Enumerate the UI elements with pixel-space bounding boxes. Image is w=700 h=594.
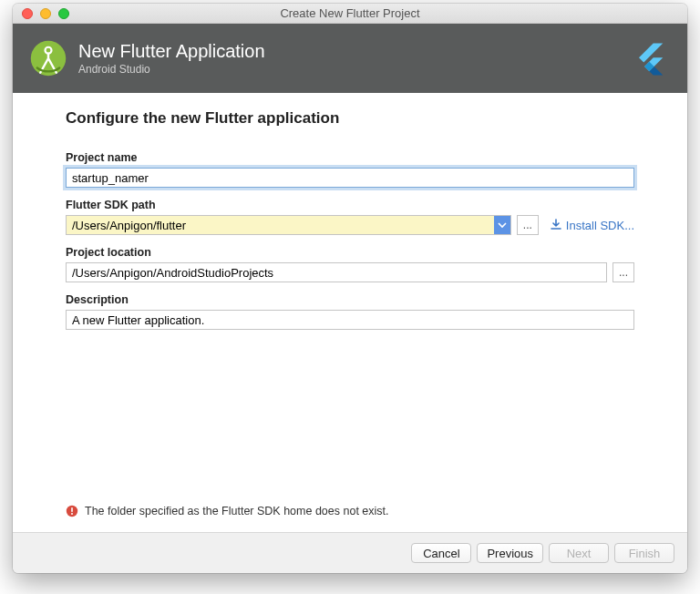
footer: Cancel Previous Next Finish <box>13 533 687 573</box>
sdk-browse-button[interactable]: ... <box>517 215 539 235</box>
location-input[interactable] <box>66 262 607 282</box>
project-name-label: Project name <box>66 151 634 164</box>
dialog-window: Create New Flutter Project New Flutter A… <box>13 4 687 573</box>
error-row: The folder specified as the Flutter SDK … <box>66 505 634 523</box>
description-label: Description <box>66 293 634 306</box>
location-browse-button[interactable]: ... <box>612 262 634 282</box>
svg-rect-2 <box>71 507 73 512</box>
sdk-path-label: Flutter SDK path <box>66 199 634 211</box>
error-message: The folder specified as the Flutter SDK … <box>85 505 389 517</box>
sdk-dropdown-button[interactable] <box>494 216 510 234</box>
header-title: New Flutter Application <box>78 41 265 62</box>
section-title: Configure the new Flutter application <box>66 109 634 128</box>
cancel-button[interactable]: Cancel <box>411 543 471 563</box>
install-sdk-link[interactable]: Install SDK... <box>550 219 634 232</box>
finish-button: Finish <box>614 543 674 563</box>
content-area: Configure the new Flutter application Pr… <box>13 93 687 533</box>
window-title: Create New Flutter Project <box>13 6 687 20</box>
next-button: Next <box>549 543 609 563</box>
header-subtitle: Android Studio <box>78 63 265 76</box>
sdk-path-combo[interactable] <box>66 215 511 235</box>
flutter-logo-icon <box>633 40 671 78</box>
install-sdk-label: Install SDK... <box>566 219 634 232</box>
download-icon <box>550 219 562 231</box>
chevron-down-icon <box>498 220 507 230</box>
project-name-input[interactable] <box>66 168 634 188</box>
previous-button[interactable]: Previous <box>477 543 543 563</box>
header-banner: New Flutter Application Android Studio <box>13 24 687 93</box>
error-icon <box>66 505 78 517</box>
sdk-path-input[interactable] <box>67 216 494 234</box>
android-studio-icon <box>29 39 67 77</box>
description-input[interactable] <box>66 310 634 330</box>
titlebar: Create New Flutter Project <box>13 4 687 24</box>
location-label: Project location <box>66 246 634 259</box>
svg-point-3 <box>71 513 73 515</box>
